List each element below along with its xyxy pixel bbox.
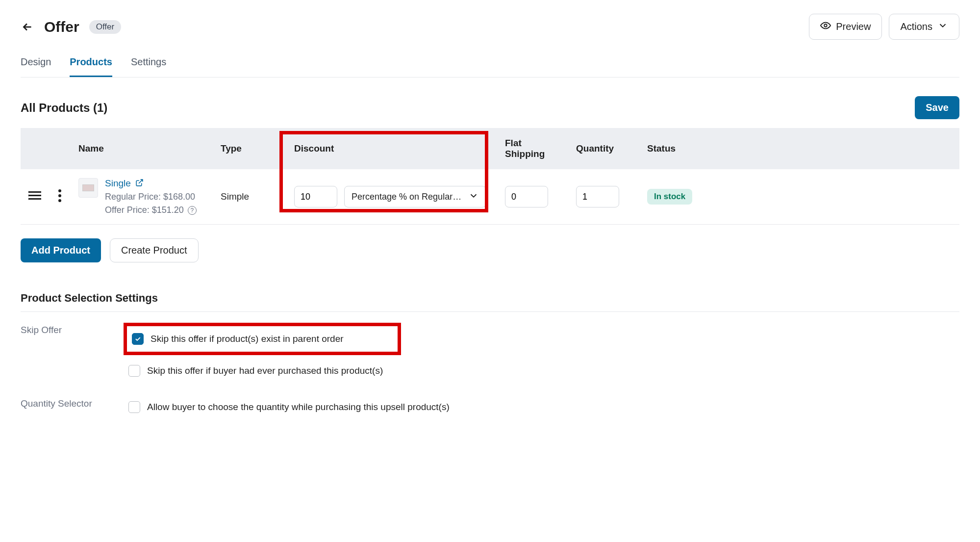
quantity-selector-label: Quantity Selector <box>21 396 128 409</box>
svg-point-9 <box>58 199 61 202</box>
offer-badge: Offer <box>89 20 121 34</box>
help-icon[interactable]: ? <box>188 206 197 215</box>
quantity-input[interactable] <box>576 186 619 207</box>
actions-button-label: Actions <box>900 21 932 32</box>
product-link[interactable]: Single <box>105 178 144 188</box>
col-status: Status <box>639 128 959 169</box>
flat-shipping-input[interactable] <box>505 186 548 207</box>
svg-rect-3 <box>28 198 41 200</box>
tabs: Design Products Settings <box>21 56 959 77</box>
chevron-down-icon <box>468 190 479 204</box>
back-arrow-icon[interactable] <box>21 20 34 34</box>
product-type: Simple <box>213 169 286 225</box>
col-quantity: Quantity <box>568 128 639 169</box>
svg-point-8 <box>58 194 61 197</box>
status-badge: In stock <box>647 189 692 205</box>
tab-settings[interactable]: Settings <box>131 56 166 77</box>
svg-point-0 <box>825 24 828 27</box>
svg-point-7 <box>58 189 61 192</box>
offer-price: Offer Price: $151.20 <box>105 205 184 215</box>
eye-icon <box>820 20 831 33</box>
col-type: Type <box>213 128 286 169</box>
col-discount: Discount <box>286 128 497 169</box>
svg-rect-2 <box>28 195 41 196</box>
actions-button[interactable]: Actions <box>889 14 959 40</box>
quantity-selector-text: Allow buyer to choose the quantity while… <box>147 402 450 413</box>
skip-purchased-text: Skip this offer if buyer had ever purcha… <box>147 365 383 376</box>
add-product-button[interactable]: Add Product <box>21 238 101 262</box>
chevron-down-icon <box>937 20 948 33</box>
col-flat-shipping: Flat Shipping <box>497 128 568 169</box>
svg-rect-1 <box>28 191 41 193</box>
preview-button[interactable]: Preview <box>809 14 882 40</box>
tab-products[interactable]: Products <box>70 56 112 77</box>
save-button[interactable]: Save <box>915 96 959 119</box>
create-product-button[interactable]: Create Product <box>110 238 199 262</box>
product-thumbnail <box>78 178 98 198</box>
discount-type-select[interactable]: Percentage % on Regular P… <box>344 186 486 207</box>
discount-value-input[interactable] <box>294 186 337 207</box>
page-header: Offer Offer Preview Actions <box>21 14 959 40</box>
col-name: Name <box>71 128 213 169</box>
quantity-selector-checkbox[interactable] <box>128 401 140 413</box>
annotation-skip-offer: Skip this offer if product(s) exist in p… <box>124 323 401 355</box>
row-menu-icon[interactable] <box>58 194 61 204</box>
products-table: Name Type Discount Flat Shipping Quantit… <box>21 128 959 225</box>
regular-price: Regular Price: $168.00 <box>105 192 197 202</box>
skip-parent-text: Skip this offer if product(s) exist in p… <box>151 334 344 344</box>
external-link-icon <box>133 178 144 188</box>
all-products-title: All Products (1) <box>21 101 107 115</box>
skip-parent-checkbox[interactable] <box>132 333 144 345</box>
preview-button-label: Preview <box>836 21 871 32</box>
page-title: Offer <box>44 19 79 35</box>
skip-offer-label: Skip Offer <box>21 323 128 336</box>
tab-design[interactable]: Design <box>21 56 51 77</box>
selection-settings-title: Product Selection Settings <box>21 292 959 312</box>
drag-handle-icon[interactable] <box>28 193 41 203</box>
skip-purchased-checkbox[interactable] <box>128 365 140 377</box>
table-row: Single Regular Price: $168.00 Offer Pric… <box>21 169 959 225</box>
